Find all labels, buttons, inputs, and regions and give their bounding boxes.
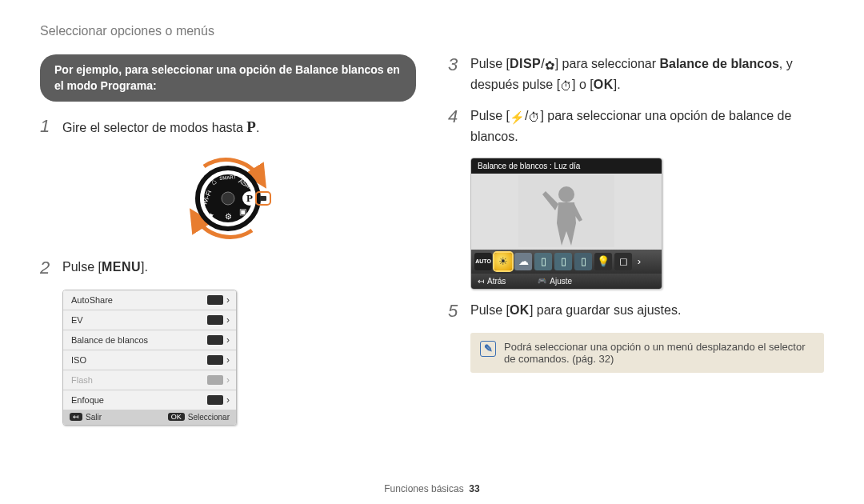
- wb-fluorescent2-icon: ▯: [554, 253, 572, 270]
- right-column: 3 Pulse [DISP/✿] para seleccionar Balanc…: [448, 54, 824, 426]
- step-5: 5 Pulse [OK] para guardar sus ajustes.: [448, 301, 824, 322]
- chevron-right-icon: ›: [226, 354, 230, 366]
- wb-selection-screenshot: Balance de blancos : Luz día AUTO ☀ ☁ ▯ …: [470, 158, 662, 290]
- step-number: 5: [448, 301, 470, 322]
- flash-icon: ⚡: [510, 109, 525, 127]
- wb-fluorescent3-icon: ▯: [574, 253, 592, 270]
- timer-icon: ⏱: [528, 109, 540, 127]
- menu-item-flash: Flash ›: [63, 370, 236, 390]
- disp-button-label: DISP: [510, 57, 541, 70]
- step-number: 4: [448, 106, 470, 127]
- wb-option-strip: AUTO ☀ ☁ ▯ ▯ ▯ 💡 ◻ ›: [471, 250, 662, 274]
- wifi-icon: [207, 295, 223, 305]
- ev-icon: [207, 315, 223, 325]
- note-text: Podrá seleccionar una opción o un menú d…: [504, 341, 814, 365]
- page-footer: Funciones básicas 33: [0, 483, 864, 494]
- wb-fluorescent1-icon: ▯: [534, 253, 552, 270]
- chevron-right-icon: ›: [226, 374, 230, 386]
- wb-next-icon: ›: [634, 253, 644, 270]
- wb-preview-image: [471, 174, 662, 250]
- chevron-right-icon: ›: [226, 334, 230, 346]
- mode-dial-illustration: SMART ASM ⌂ Wi-Fi ✦ ⚙ ▣ P: [180, 150, 276, 246]
- back-key-icon: ↤: [70, 413, 82, 421]
- info-note: ✎ Podrá seleccionar una opción o un menú…: [470, 333, 824, 373]
- step-1: 1 Gire el selector de modos hasta P.: [40, 116, 416, 139]
- back-icon: [478, 277, 484, 286]
- step-4: 4 Pulse [⚡/⏱] para seleccionar una opció…: [448, 106, 824, 146]
- menu-footer: ↤Salir OKSeleccionar: [63, 410, 236, 425]
- menu-item-enfoque: Enfoque ›: [63, 390, 236, 410]
- page-title: Seleccionar opciones o menús: [40, 24, 824, 38]
- chevron-right-icon: ›: [226, 294, 230, 306]
- svg-point-15: [558, 186, 574, 202]
- step-number: 1: [40, 116, 62, 137]
- flash-icon: [207, 375, 223, 385]
- menu-item-wb: Balance de blancos ›: [63, 330, 236, 350]
- wb-cloudy-icon: ☁: [514, 253, 532, 270]
- step-3: 3 Pulse [DISP/✿] para seleccionar Balanc…: [448, 54, 824, 95]
- wb-footer: Atrás Ajuste: [471, 274, 662, 289]
- wb-custom-icon: ◻: [614, 253, 632, 270]
- note-icon: ✎: [480, 341, 496, 357]
- wb-icon: [207, 335, 223, 345]
- wb-daylight-icon: ☀: [494, 253, 512, 270]
- chevron-right-icon: ›: [226, 314, 230, 326]
- mode-p-label: P: [246, 118, 256, 135]
- step-2: 2 Pulse [MENU].: [40, 258, 416, 278]
- macro-icon: ✿: [545, 57, 555, 75]
- ok-key-icon: OK: [168, 413, 185, 421]
- menu-item-iso: ISO ›: [63, 350, 236, 370]
- wb-awb-icon: AUTO: [474, 253, 492, 270]
- step-number: 2: [40, 258, 62, 278]
- menu-button-label: MENU: [102, 260, 141, 274]
- chevron-right-icon: ›: [226, 394, 230, 406]
- wb-title: Balance de blancos : Luz día: [471, 158, 662, 174]
- svg-point-2: [222, 192, 234, 205]
- menu-item-autoshare: AutoShare ›: [63, 290, 236, 310]
- step-number: 3: [448, 54, 470, 75]
- timer-icon: ⏱: [560, 78, 572, 96]
- left-column: Por ejemplo, para seleccionar una opción…: [40, 54, 416, 426]
- svg-text:P: P: [246, 192, 253, 204]
- svg-rect-13: [260, 196, 266, 201]
- ok-button-label: OK: [594, 78, 614, 91]
- ok-button-label: OK: [510, 303, 530, 317]
- camera-menu-screenshot: AutoShare › EV › Balance de blancos › IS…: [62, 290, 237, 426]
- wb-incandescent-icon: 💡: [594, 253, 612, 270]
- iso-icon: [207, 355, 223, 365]
- focus-icon: [207, 395, 223, 405]
- example-callout: Por ejemplo, para seleccionar una opción…: [40, 54, 416, 102]
- joystick-icon: [538, 277, 546, 285]
- svg-text:▣: ▣: [239, 207, 246, 216]
- svg-text:⚙: ⚙: [225, 212, 232, 221]
- menu-item-ev: EV ›: [63, 310, 236, 330]
- wb-bold-label: Balance de blancos: [659, 57, 778, 70]
